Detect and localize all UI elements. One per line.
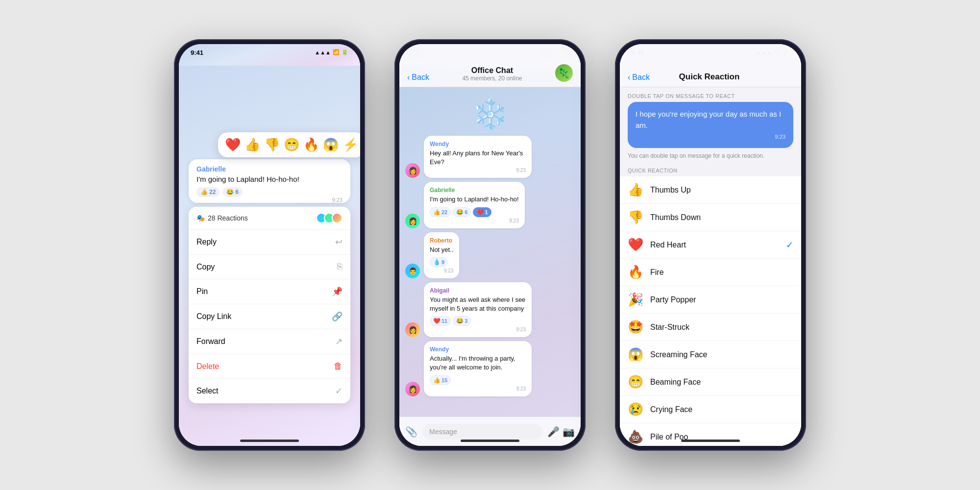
reactions-header[interactable]: 🎭 28 Reactions <box>189 207 350 230</box>
qr-item-left-heart: ❤️ Red Heart <box>628 237 686 252</box>
time-abig: 9:23 <box>430 327 526 332</box>
action-copylink[interactable]: Copy Link 🔗 <box>189 304 350 329</box>
forward-icon: ↗ <box>335 336 343 347</box>
sender-rob: Roberto <box>430 237 453 244</box>
emoji-fire-qr: 🔥 <box>628 265 643 280</box>
qr-reactions-list: 👍 Thumbs Up 👎 Thumbs Down <box>620 176 801 446</box>
phone-1-inner: 9:41 ▲▲▲ 📶 🔋 ❤️ 👍 👎 😁 🔥 <box>179 44 360 446</box>
reaction-thumbsup[interactable]: 👍22 <box>196 187 220 197</box>
qr-item-beam[interactable]: 😁 Beaming Face <box>620 368 801 396</box>
action-forward[interactable]: Forward ↗ <box>189 329 350 354</box>
qr-item-thumbsup[interactable]: 👍 Thumbs Up <box>620 176 801 204</box>
emoji-zap[interactable]: ⚡ <box>343 137 358 152</box>
emoji-reaction-bar[interactable]: ❤️ 👍 👎 😁 🔥 😱 ⚡ <box>218 132 360 157</box>
time-1: 9:41 <box>191 49 203 56</box>
reaction-laugh[interactable]: 😂6 <box>222 187 243 197</box>
emoji-scream[interactable]: 😱 <box>323 137 339 152</box>
text-wendy-2: Actually... I'm throwing a party, you're… <box>430 354 526 372</box>
home-indicator-2 <box>461 440 519 442</box>
qr-item-left-beam: 😁 Beaming Face <box>628 374 701 390</box>
bubble-gabr[interactable]: Gabrielle I'm going to Lapland! Ho-ho-ho… <box>424 182 525 228</box>
qr-item-left-cry: 😢 Crying Face <box>628 402 692 417</box>
context-actions-menu: 🎭 28 Reactions Reply ↩ <box>189 207 350 403</box>
select-label: Select <box>196 387 218 395</box>
reactions-count-label: 🎭 28 Reactions <box>196 214 248 222</box>
emoji-fire[interactable]: 🔥 <box>303 137 319 152</box>
chat-group-avatar[interactable]: 🦎 <box>555 64 573 82</box>
pin-icon: 📌 <box>332 286 343 297</box>
bubble-abig[interactable]: Abigail You might as well ask where I se… <box>424 282 532 337</box>
msg-row-wendy-1: 👩 Wendy Hey all! Any plans for New Year'… <box>405 136 575 178</box>
qr-item-starstruck[interactable]: 🤩 Star-Struck <box>620 314 801 341</box>
mini-avatar-3 <box>332 213 343 223</box>
reaction-avatars <box>316 213 343 223</box>
avatar-abig: 👩 <box>405 322 420 337</box>
time-wendy-2: 9:23 <box>430 386 526 392</box>
qr-item-popper[interactable]: 🎉 Party Popper <box>620 286 801 314</box>
attach-icon[interactable]: 📎 <box>405 426 417 438</box>
rxn-heart-abig[interactable]: ❤️11 <box>430 316 451 326</box>
qr-item-thumbsdown[interactable]: 👎 Thumbs Down <box>620 204 801 231</box>
rxn-laugh-gabr[interactable]: 😂6 <box>453 207 471 217</box>
sender-wendy-2: Wendy <box>430 346 526 353</box>
qr-item-cry[interactable]: 😢 Crying Face <box>620 396 801 423</box>
qr-page-title: Quick Reaction <box>679 72 740 82</box>
action-copy[interactable]: Copy ⎘ <box>189 255 350 279</box>
signal-icons-1: ▲▲▲ 📶 🔋 <box>315 49 348 55</box>
bubble-wendy-2[interactable]: Wendy Actually... I'm throwing a party, … <box>424 341 532 396</box>
msg-content-wendy-2: Wendy Actually... I'm throwing a party, … <box>424 341 532 396</box>
emoji-grin[interactable]: 😁 <box>284 137 299 152</box>
qr-item-poo[interactable]: 💩 Pile of Poo <box>620 423 801 446</box>
name-thumbsdown-qr: Thumbs Down <box>650 213 701 222</box>
signal-icon-1: ▲▲▲ <box>315 49 331 55</box>
copy-icon: ⎘ <box>337 262 343 272</box>
emoji-thumbsup[interactable]: 👍 <box>245 137 260 152</box>
emoji-heart[interactable]: ❤️ <box>225 137 241 152</box>
qr-item-heart[interactable]: ❤️ Red Heart ✓ <box>620 231 801 259</box>
pin-label: Pin <box>196 287 208 296</box>
chat-header-center: Office Chat 45 members, 20 online <box>462 66 522 82</box>
bubble-wendy-1[interactable]: Wendy Hey all! Any plans for New Year's … <box>424 136 532 178</box>
msg-content-wendy-1: Wendy Hey all! Any plans for New Year's … <box>424 136 532 178</box>
qr-item-scream[interactable]: 😱 Screaming Face <box>620 341 801 368</box>
phone-2-bg: 9:41 ▲▲▲ 📶 🔋 ‹ Back Office Chat <box>399 44 581 446</box>
action-reply[interactable]: Reply ↩ <box>189 230 350 255</box>
back-button-2[interactable]: ‹ Back <box>407 73 429 82</box>
sender-gabr: Gabrielle <box>430 187 519 194</box>
rxn-thumbsup-wendy-2[interactable]: 👍15 <box>430 375 451 385</box>
reactions-abig: ❤️11 😂3 <box>430 316 526 326</box>
avatar-wendy-1: 👩 <box>405 163 420 178</box>
bubble-rob[interactable]: Roberto Not yet.. 💧9 9:23 <box>424 232 459 278</box>
chat-messages-list: ❄️ 👩 Wendy Hey all! Any plans for New Ye… <box>399 87 581 416</box>
message-time: 9:23 <box>332 197 343 203</box>
rxn-drop-rob[interactable]: 💧9 <box>430 257 448 267</box>
action-delete[interactable]: Delete 🗑 <box>189 354 350 379</box>
camera-icon[interactable]: 📷 <box>563 426 575 438</box>
phone-3: 9:41 ▲▲▲ 📶 🔋 ‹ Back Quick Reaction <box>615 39 806 451</box>
name-heart-qr: Red Heart <box>650 241 686 249</box>
reactions-wendy-2: 👍15 <box>430 375 526 385</box>
msg-content-gabr: Gabrielle I'm going to Lapland! Ho-ho-ho… <box>424 182 525 228</box>
message-sender: Gabrielle <box>196 165 343 173</box>
emoji-thumbsup-qr: 👍 <box>628 182 643 197</box>
phone-2-inner: 9:41 ▲▲▲ 📶 🔋 ‹ Back Office Chat <box>399 44 581 446</box>
rxn-heart-gabr[interactable]: ❤️1 <box>473 207 491 217</box>
qr-item-fire[interactable]: 🔥 Fire <box>620 259 801 286</box>
voice-icon[interactable]: 🎤 <box>547 426 560 438</box>
snowflake-sticker: ❄️ <box>405 97 575 132</box>
copy-label: Copy <box>196 263 215 271</box>
qr-reactions-label: QUICK REACTION <box>620 162 801 176</box>
action-select[interactable]: Select ✓ <box>189 379 350 403</box>
emoji-thumbsdown[interactable]: 👎 <box>264 137 280 152</box>
text-rob: Not yet.. <box>430 245 453 254</box>
reactions-gabr: 👍22 😂6 ❤️1 <box>430 207 519 217</box>
phone-1: 9:41 ▲▲▲ 📶 🔋 ❤️ 👍 👎 😁 🔥 <box>174 39 365 451</box>
rxn-laugh-abig[interactable]: 😂3 <box>453 316 471 326</box>
qr-back-button[interactable]: ‹ Back <box>628 73 650 82</box>
copylink-icon: 🔗 <box>332 311 343 322</box>
rxn-thumbsup-gabr[interactable]: 👍22 <box>430 207 451 217</box>
message-input[interactable]: Message <box>422 424 542 440</box>
msg-content-rob: Roberto Not yet.. 💧9 9:23 <box>424 232 459 278</box>
action-pin[interactable]: Pin 📌 <box>189 279 350 304</box>
msg-row-gabr: 👩 Gabrielle I'm going to Lapland! Ho-ho-… <box>405 182 575 228</box>
